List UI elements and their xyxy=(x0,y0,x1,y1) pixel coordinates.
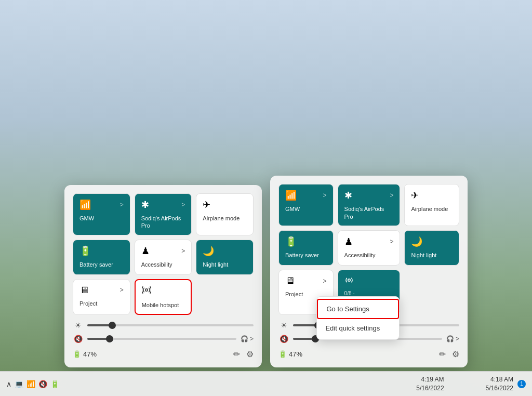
airplane-tile-right[interactable]: ✈ Airplane mode xyxy=(404,184,459,226)
bluetooth-arrow-right: > xyxy=(390,192,393,199)
project-icon-left: 🖥 xyxy=(79,285,89,296)
volume-slider-left[interactable]: 🔇 🎧 > xyxy=(73,335,254,343)
volume-icon-left: 🔇 xyxy=(73,335,83,343)
bluetooth-label-right: Sodiq's AirPods Pro xyxy=(344,205,394,220)
tiles-grid-right: 📶 > GMW ✱ > Sodiq's AirPods Pro ✈ Airpla… xyxy=(278,184,459,315)
headphones-icon-right: 🎧 > xyxy=(446,335,459,342)
night-light-tile-left[interactable]: 🌙 Night light xyxy=(196,240,254,275)
taskbar-time-display-right: 4:18 AM xyxy=(486,375,513,384)
wifi-icon-left: 📶 xyxy=(79,199,91,210)
battery-percent-left: 47% xyxy=(83,350,97,358)
wifi-tile-right[interactable]: 📶 > GMW xyxy=(278,184,334,226)
project-arrow-right: > xyxy=(323,278,327,285)
panel-footer-right: 🔋 47% ✏ ⚙ xyxy=(278,349,459,359)
accessibility-icon-right: ♟ xyxy=(344,236,353,247)
battery-icon-right: 🔋 xyxy=(278,350,287,358)
bluetooth-tile-left[interactable]: ✱ > Sodiq's AirPods Pro xyxy=(135,193,192,235)
brightness-track-left[interactable] xyxy=(87,324,254,326)
battery-info-right: 🔋 47% xyxy=(278,350,302,358)
battery-saver-icon-right: 🔋 xyxy=(285,236,297,247)
battery-percent-right: 47% xyxy=(289,350,302,358)
mobile-hotspot-icon-right xyxy=(344,275,354,287)
wifi-label-right: GMW xyxy=(285,205,300,213)
airplane-icon-right: ✈ xyxy=(411,190,419,201)
edit-icon-right[interactable]: ✏ xyxy=(439,349,446,359)
accessibility-icon-left: ♟ xyxy=(141,245,150,257)
airplane-label-right: Airplane mode xyxy=(411,205,448,213)
quick-settings-panel-left: 📶 > GMW ✱ > Sodiq's AirPods Pro ✈ Airpla… xyxy=(64,185,262,367)
project-icon-right: 🖥 xyxy=(285,275,295,286)
bluetooth-icon-right: ✱ xyxy=(344,190,352,201)
accessibility-tile-left[interactable]: ♟ > Accessibility xyxy=(135,240,192,275)
edit-icon-left[interactable]: ✏ xyxy=(233,349,240,359)
airplane-icon-left: ✈ xyxy=(203,199,210,210)
taskbar-chevron[interactable]: ∧ xyxy=(6,380,11,388)
wifi-icon-right: 📶 xyxy=(285,190,297,201)
volume-icon-right: 🔇 xyxy=(278,335,289,343)
project-tile-left[interactable]: 🖥 > Project xyxy=(73,279,130,315)
mobile-hotspot-icon-left xyxy=(142,285,151,297)
night-light-tile-right[interactable]: 🌙 Night light xyxy=(404,230,459,266)
wifi-arrow-left: > xyxy=(120,201,124,208)
battery-saver-tile-right[interactable]: 🔋 Battery saver xyxy=(278,230,334,266)
svg-point-0 xyxy=(145,288,148,291)
battery-saver-icon-left: 🔋 xyxy=(79,245,91,257)
taskbar: ∧ 💻 📶 🔇 🔋 4:19 AM 5/16/2022 4:18 AM 5/16… xyxy=(0,371,532,396)
project-arrow-left: > xyxy=(120,286,124,294)
battery-saver-label-left: Battery saver xyxy=(79,261,113,268)
wifi-arrow-right: > xyxy=(323,192,327,199)
bluetooth-arrow-left: > xyxy=(181,201,185,208)
taskbar-date-display-left: 5/16/2022 xyxy=(416,384,444,393)
panel-footer-left: 🔋 47% ✏ ⚙ xyxy=(73,349,254,359)
project-label-left: Project xyxy=(79,300,97,307)
battery-saver-label-right: Battery saver xyxy=(285,252,319,259)
airplane-label-left: Airplane mode xyxy=(203,215,240,222)
battery-saver-tile-left[interactable]: 🔋 Battery saver xyxy=(73,240,130,275)
volume-track-left[interactable] xyxy=(87,338,236,340)
airplane-tile-left[interactable]: ✈ Airplane mode xyxy=(196,193,254,235)
footer-icons-right: ✏ ⚙ xyxy=(439,349,459,359)
sliders-section-left: ☀ 🔇 🎧 > xyxy=(73,321,254,343)
night-light-icon-right: 🌙 xyxy=(411,236,422,247)
settings-icon-right[interactable]: ⚙ xyxy=(452,349,459,359)
svg-point-1 xyxy=(348,279,350,282)
go-to-settings-menu-item[interactable]: Go to Settings xyxy=(317,299,399,319)
taskbar-time-right[interactable]: 4:18 AM 5/16/2022 1 xyxy=(486,375,526,393)
brightness-icon-right: ☀ xyxy=(278,321,289,329)
accessibility-arrow-left: > xyxy=(181,247,185,255)
battery-info-left: 🔋 47% xyxy=(73,350,97,358)
mobile-hotspot-label-left: Mobile hotspot xyxy=(142,301,179,309)
settings-icon-left[interactable]: ⚙ xyxy=(246,349,254,359)
taskbar-time-left[interactable]: 4:19 AM 5/16/2022 xyxy=(416,375,444,393)
taskbar-battery-icon[interactable]: 🔋 xyxy=(50,380,59,388)
quick-settings-panel-right: 📶 > GMW ✱ > Sodiq's AirPods Pro ✈ Airpla… xyxy=(270,176,468,367)
taskbar-time-display-left: 4:19 AM xyxy=(416,375,444,384)
wifi-label-left: GMW xyxy=(79,215,94,222)
accessibility-tile-right[interactable]: ♟ > Accessibility xyxy=(338,230,401,266)
project-label-right: Project xyxy=(285,291,303,298)
bluetooth-icon-left: ✱ xyxy=(141,199,149,210)
wifi-tile-left[interactable]: 📶 > GMW xyxy=(73,193,130,235)
notification-badge[interactable]: 1 xyxy=(517,380,526,388)
taskbar-vol-icon[interactable]: 🔇 xyxy=(38,380,47,388)
mobile-hotspot-tile-right[interactable]: 0/8 - DESKTOPFHOO0QJ 98 Go to Settings E… xyxy=(338,270,401,315)
taskbar-date-display-right: 5/16/2022 xyxy=(486,384,513,393)
brightness-slider-left[interactable]: ☀ xyxy=(73,321,254,329)
footer-icons-left: ✏ ⚙ xyxy=(233,349,254,359)
accessibility-label-right: Accessibility xyxy=(344,252,376,259)
battery-icon-left: 🔋 xyxy=(73,350,81,358)
night-light-label-right: Night light xyxy=(411,252,436,259)
taskbar-wifi-icon[interactable]: 📶 xyxy=(26,380,35,388)
taskbar-cpu-icon[interactable]: 💻 xyxy=(15,380,23,388)
bluetooth-tile-right[interactable]: ✱ > Sodiq's AirPods Pro xyxy=(338,184,401,226)
bluetooth-label-left: Sodiq's AirPods Pro xyxy=(141,215,185,230)
brightness-icon-left: ☀ xyxy=(73,321,83,329)
tiles-grid-left: 📶 > GMW ✱ > Sodiq's AirPods Pro ✈ Airpla… xyxy=(73,193,254,315)
mobile-hotspot-tile-left[interactable]: Mobile hotspot xyxy=(135,279,192,315)
night-light-icon-left: 🌙 xyxy=(203,245,214,257)
night-light-label-left: Night light xyxy=(203,261,228,268)
accessibility-label-left: Accessibility xyxy=(141,261,172,268)
context-menu-right: Go to Settings Edit quick settings xyxy=(316,296,400,340)
edit-quick-settings-menu-item[interactable]: Edit quick settings xyxy=(317,319,399,337)
taskbar-left: ∧ 💻 📶 🔇 🔋 xyxy=(6,380,59,388)
